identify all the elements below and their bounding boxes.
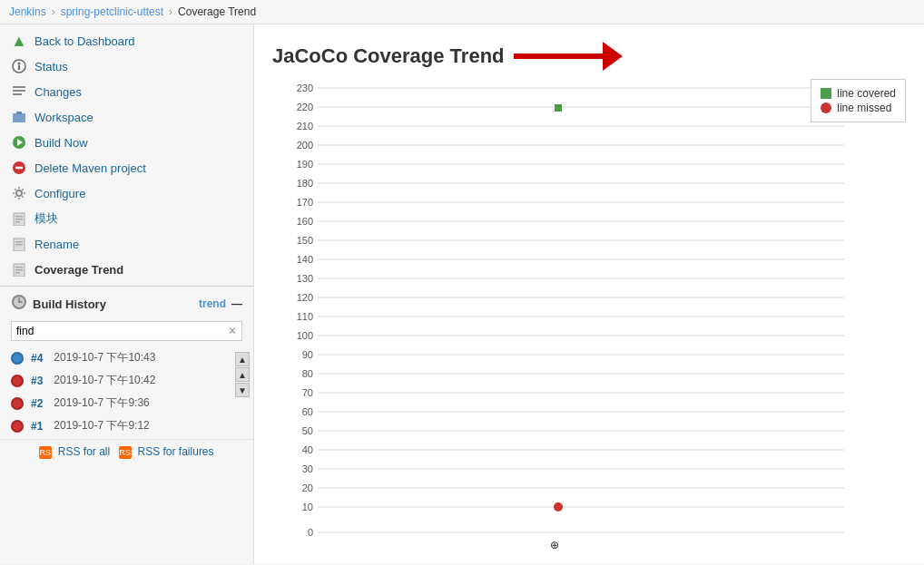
svg-text:180: 180	[297, 178, 313, 189]
coverage-trend-icon	[11, 261, 27, 278]
build-timestamp-4: 2019-10-7 下午10:43	[54, 350, 155, 365]
configure-icon	[11, 185, 27, 201]
changes-icon	[11, 83, 27, 100]
workspace-icon	[11, 109, 27, 125]
sidebar-item-modules[interactable]: 模块	[0, 206, 253, 231]
build-status-blue	[11, 352, 24, 365]
search-bar: ✕	[11, 321, 242, 341]
rss-all-link[interactable]: RSS for all	[58, 445, 110, 458]
svg-rect-16	[15, 221, 20, 223]
breadcrumb-project[interactable]: spring-petclinic-uttest	[61, 5, 163, 18]
build-status-red-1	[11, 420, 24, 433]
scroll-up-button[interactable]: ▲	[235, 367, 250, 382]
svg-text:50: 50	[302, 425, 313, 436]
sidebar-label-modules: 模块	[34, 210, 58, 227]
rss-failures-link[interactable]: RSS for failures	[138, 445, 214, 458]
svg-text:0: 0	[308, 527, 313, 538]
svg-rect-3	[13, 86, 25, 88]
build-status-red-2	[11, 397, 24, 410]
sidebar-label-delete: Delete Maven project	[34, 161, 146, 175]
sidebar-item-configure[interactable]: Configure	[0, 180, 253, 206]
scroll-down-button[interactable]: ▼	[235, 383, 250, 397]
svg-text:60: 60	[302, 406, 313, 417]
legend-covered-label: line covered	[837, 87, 896, 100]
legend-covered-color	[821, 88, 831, 99]
build-item-4: #4 2019-10-7 下午10:43	[0, 346, 231, 369]
chart-legend: line covered line missed	[811, 79, 906, 122]
main-content: JaCoCo Coverage Trend 230 220 210 200 19…	[254, 24, 924, 564]
sidebar-label-back: Back to Dashboard	[34, 34, 135, 48]
svg-rect-18	[15, 241, 23, 243]
sidebar-label-workspace: Workspace	[34, 111, 93, 124]
trend-link[interactable]: trend	[199, 297, 226, 310]
breadcrumb-current: Coverage Trend	[178, 5, 256, 18]
data-point-covered	[555, 104, 562, 112]
svg-text:40: 40	[302, 444, 313, 455]
svg-text:200: 200	[297, 140, 313, 151]
svg-text:160: 160	[297, 216, 313, 227]
sidebar-item-status[interactable]: Status	[0, 54, 253, 79]
build-history-title: Build History	[33, 297, 106, 311]
svg-rect-23	[15, 272, 20, 274]
chart-title-text: JaCoCo Coverage Trend	[272, 44, 505, 68]
sidebar-item-delete[interactable]: Delete Maven project	[0, 155, 253, 180]
build-timestamp-3: 2019-10-7 下午10:42	[54, 373, 155, 388]
build-link-4[interactable]: #4	[31, 352, 43, 365]
search-clear-button[interactable]: ✕	[223, 323, 241, 339]
svg-rect-5	[13, 93, 22, 95]
svg-rect-27	[19, 302, 23, 303]
svg-text:130: 130	[297, 273, 313, 284]
build-item-1: #1 2019-10-7 下午9:12	[0, 414, 231, 437]
sidebar-item-workspace[interactable]: Workspace	[0, 104, 253, 130]
build-link-2[interactable]: #2	[31, 397, 43, 410]
trend-arrow	[514, 43, 623, 70]
sidebar-item-changes[interactable]: Changes	[0, 79, 253, 104]
modules-icon	[11, 210, 27, 227]
build-now-icon	[11, 134, 27, 151]
sidebar-label-coverage-trend: Coverage Trend	[34, 263, 123, 277]
svg-rect-21	[15, 267, 23, 268]
legend-missed: line missed	[821, 102, 896, 114]
search-input[interactable]	[12, 322, 223, 340]
breadcrumb-jenkins[interactable]: Jenkins	[9, 5, 46, 18]
svg-rect-22	[15, 269, 23, 271]
svg-text:⊕: ⊕	[550, 539, 559, 550]
delete-icon	[11, 160, 27, 176]
svg-rect-14	[15, 216, 23, 218]
svg-text:10: 10	[302, 502, 313, 512]
sidebar-item-build-now[interactable]: Build Now	[0, 130, 253, 155]
svg-text:190: 190	[297, 159, 313, 170]
chart-container: 230 220 210 200 190 180 170 160 150 14	[281, 79, 906, 550]
svg-rect-2	[18, 65, 20, 70]
chart-title: JaCoCo Coverage Trend	[272, 43, 906, 70]
build-history-header: Build History trend —	[0, 287, 253, 317]
breadcrumb-sep-2: ›	[169, 5, 172, 18]
build-history-dash: —	[231, 297, 242, 310]
build-timestamp-2: 2019-10-7 下午9:36	[54, 395, 149, 411]
svg-point-1	[18, 63, 21, 65]
svg-text:20: 20	[302, 482, 313, 493]
build-history-icon	[11, 294, 27, 314]
build-link-1[interactable]: #1	[31, 420, 43, 433]
rss-footer: RSS RSS for all RSS RSS for failures	[0, 439, 253, 464]
chart-svg: 230 220 210 200 190 180 170 160 150 14	[281, 79, 862, 550]
svg-text:210: 210	[297, 121, 313, 132]
legend-missed-color	[821, 102, 831, 113]
svg-text:110: 110	[297, 311, 313, 322]
svg-rect-4	[13, 90, 25, 92]
build-link-3[interactable]: #3	[31, 375, 43, 387]
svg-text:150: 150	[297, 235, 313, 246]
sidebar-item-rename[interactable]: Rename	[0, 231, 253, 257]
sidebar-label-configure: Configure	[34, 187, 85, 200]
scroll-top-button[interactable]: ▲	[235, 352, 250, 366]
svg-text:170: 170	[297, 197, 313, 208]
svg-text:70: 70	[302, 387, 313, 398]
legend-covered: line covered	[821, 87, 896, 100]
svg-text:120: 120	[297, 292, 313, 303]
sidebar-item-back-to-dashboard[interactable]: ▲ Back to Dashboard	[0, 28, 253, 54]
sidebar-item-coverage-trend[interactable]: Coverage Trend	[0, 257, 253, 282]
status-icon	[11, 58, 27, 74]
sidebar-label-rename: Rename	[34, 238, 79, 251]
svg-point-12	[16, 190, 22, 196]
sidebar-nav: ▲ Back to Dashboard Status Changes Work	[0, 24, 253, 286]
